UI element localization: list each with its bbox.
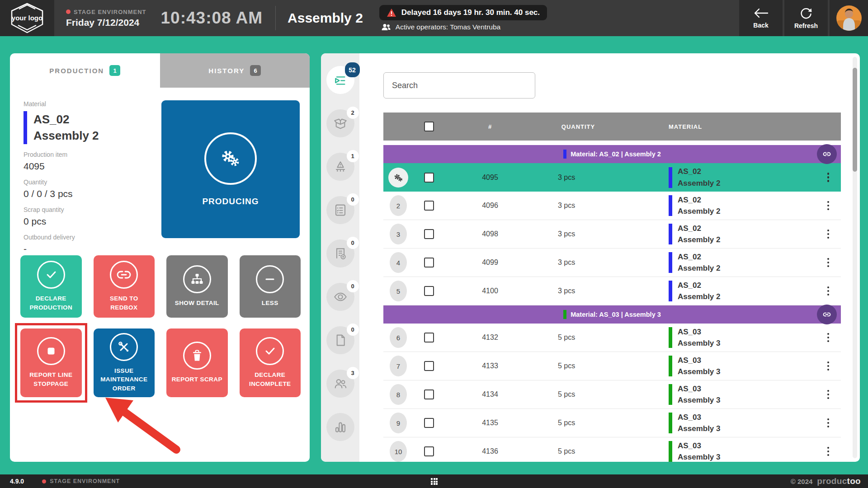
row-material: AS_03Assembly 3 [669,355,721,378]
group-link-button[interactable] [817,305,837,324]
row-number: 8 [390,384,407,405]
report-scrap-label: REPORT SCRAP [172,375,222,384]
line-warning-icon [333,160,348,174]
table-row[interactable]: 5 4100 3 pcs AS_02Assembly 2 [383,277,841,305]
sidebar-item-document-approval[interactable]: 0 [326,239,354,267]
tab-production[interactable]: PRODUCTION 1 [10,53,160,88]
material-color-bar [669,281,672,301]
copyright-text: © 2024 [791,478,813,485]
link-icon [822,150,831,159]
eye-icon [333,290,348,304]
row-quantity: 3 pcs [535,230,621,238]
row-checkbox[interactable] [424,389,434,399]
table-row[interactable]: 4 4099 3 pcs AS_02Assembly 2 [383,249,841,277]
declare-production-label: DECLARE PRODUCTION [23,294,79,312]
row-menu-button[interactable] [825,227,832,242]
table-row[interactable]: 7 4133 5 pcs AS_03Assembly 3 [383,352,841,380]
less-button[interactable]: LESS [240,255,301,318]
row-checkbox[interactable] [424,229,434,239]
work-order-list-panel: 52 2 1 [321,53,860,462]
table-row[interactable]: 10 4136 5 pcs AS_03Assembly 3 [383,437,841,462]
top-header: your logo STAGE ENVIRONMENT Friday 7/12/… [0,0,868,36]
producing-status-tile[interactable]: PRODUCING [161,100,300,238]
row-material: AS_03Assembly 3 [669,440,721,462]
tab-production-label: PRODUCTION [49,67,104,75]
table-header: # QUANTITY MATERIAL [383,113,841,141]
checklist-icon [333,203,348,217]
material-color-bar [669,167,672,188]
table-row[interactable]: 2 4096 3 pcs AS_02Assembly 2 [383,192,841,220]
user-avatar-block[interactable] [830,0,868,36]
detail-tabs: PRODUCTION 1 HISTORY 6 [10,53,310,88]
badge-documents: 0 [347,324,359,336]
material-value: AS_02 Assembly 2 [24,111,159,144]
row-material: AS_03Assembly 3 [669,412,721,435]
sidebar-item-operators[interactable]: 3 [326,370,354,398]
refresh-button[interactable]: Refresh [784,0,828,36]
row-checkbox[interactable] [424,446,434,456]
production-item-label: Production item [24,151,159,158]
row-checkbox[interactable] [424,361,434,371]
group-link-button[interactable] [817,144,837,164]
row-menu-button[interactable] [825,359,832,374]
search-input[interactable] [383,72,535,99]
row-number: 6 [390,327,407,348]
sidebar-item-line-stoppage[interactable]: 1 [326,153,354,181]
sidebar-item-checklist[interactable]: 0 [326,196,354,224]
user-avatar [836,5,862,31]
list-scrollbar-thumb[interactable] [853,68,857,172]
material-color-bar [563,310,566,319]
table-row[interactable]: 6 4132 5 pcs AS_03Assembly 3 [383,324,841,352]
select-all-checkbox[interactable] [424,122,434,131]
row-checkbox[interactable] [424,201,434,211]
row-menu-button[interactable] [825,170,832,185]
show-detail-label: SHOW DETAIL [175,299,219,308]
material-color-bar [669,327,672,348]
declare-incomplete-button[interactable]: DECLARE INCOMPLETE [240,328,301,397]
declare-production-button[interactable]: DECLARE PRODUCTION [20,255,82,318]
current-date: Friday 7/12/2024 [66,17,146,28]
row-menu-button[interactable] [825,255,832,270]
sidebar-item-packaging-box[interactable]: 2 [326,109,354,137]
send-to-redbox-button[interactable]: SEND TO REDBOX [94,255,155,318]
sidebar-item-documents[interactable]: 0 [326,326,354,354]
row-menu-button[interactable] [825,284,832,299]
trash-circle-icon [183,342,211,370]
footer-environment-dot [42,479,46,483]
tab-history-label: HISTORY [208,67,245,75]
table-row[interactable]: 4095 3 pcs AS_02Assembly 2 [383,163,841,192]
issue-maintenance-order-button[interactable]: ISSUE MAINTENANCE ORDER [94,328,155,397]
show-detail-button[interactable]: SHOW DETAIL [166,255,228,318]
table-row[interactable]: 8 4134 5 pcs AS_03Assembly 3 [383,380,841,409]
row-checkbox[interactable] [424,173,434,183]
row-material: AS_02Assembly 2 [669,223,721,246]
row-menu-button[interactable] [825,387,832,402]
row-material: AS_02Assembly 2 [669,194,721,217]
bottom-status-bar: 4.9.0 STAGE ENVIRONMENT © 2024 productoo [0,474,868,488]
sidebar-item-production-queue[interactable]: 52 [326,66,354,94]
row-checkbox[interactable] [424,258,434,267]
row-checkbox[interactable] [424,286,434,296]
row-menu-button[interactable] [825,330,832,345]
back-button[interactable]: Back [739,0,783,36]
tab-history[interactable]: HISTORY 6 [160,53,310,88]
row-checkbox[interactable] [424,333,434,343]
sidebar-item-watch[interactable]: 0 [326,283,354,311]
row-material: AS_02Assembly 2 [669,280,721,303]
row-number: 10 [390,441,407,462]
table-row[interactable]: 3 4098 3 pcs AS_02Assembly 2 [383,220,841,249]
sidebar-item-statistics[interactable] [326,413,354,441]
material-color-bar [669,224,672,244]
apps-grid-icon[interactable] [431,478,438,485]
report-line-stoppage-button[interactable]: REPORT LINE STOPPAGE [20,328,82,397]
report-scrap-button[interactable]: REPORT SCRAP [166,328,228,397]
row-menu-button[interactable] [825,198,832,213]
minus-circle-icon [256,265,284,293]
material-name: Assembly 2 [33,127,159,144]
table-row[interactable]: 9 4135 5 pcs AS_03Assembly 3 [383,409,841,437]
row-menu-button[interactable] [825,444,832,459]
row-menu-button[interactable] [825,416,832,431]
row-checkbox[interactable] [424,418,434,428]
row-quantity: 5 pcs [535,362,621,370]
row-quantity: 5 pcs [535,390,621,399]
